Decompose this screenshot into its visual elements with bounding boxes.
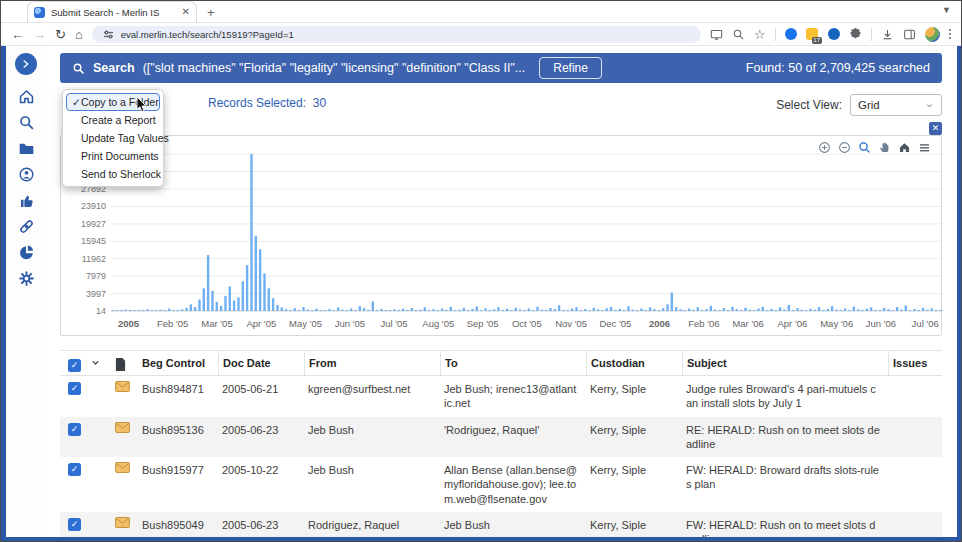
column-header[interactable]: From <box>304 351 440 375</box>
site-settings-icon[interactable] <box>102 28 115 41</box>
timeline-histogram[interactable]: 1439977979119621594519927239102789231875… <box>65 139 949 335</box>
browser-menu-icon[interactable] <box>949 29 952 40</box>
home-icon[interactable] <box>18 88 35 105</box>
settings-gear-icon[interactable] <box>18 270 35 287</box>
tab-strip: Submit Search - Merlin IS ✕ + ▼ <box>1 1 961 23</box>
menu-item[interactable]: Update Tag Values <box>66 129 160 147</box>
refine-button[interactable]: Refine <box>539 57 602 79</box>
extension-icon-yellow[interactable]: 17 <box>806 28 819 41</box>
svg-text:3997: 3997 <box>86 289 106 299</box>
close-chart-button[interactable]: ✕ <box>929 122 942 135</box>
svg-text:15945: 15945 <box>81 236 106 246</box>
table-row[interactable]: ✓ Bush8951362005-06-23Jeb Bush'Rodriguez… <box>60 417 942 458</box>
svg-text:Feb '05: Feb '05 <box>157 318 188 329</box>
cell-from: Rodriguez, Raquel <box>304 512 440 538</box>
extensions-puzzle-icon[interactable] <box>849 28 862 41</box>
sidebar-expand-button[interactable] <box>15 53 37 75</box>
cell-to: Jeb Bush; irenec13@atlantic.net <box>440 376 586 417</box>
column-header[interactable]: Subject <box>682 351 888 375</box>
table-row[interactable]: ✓ Bush9159772005-10-22Jeb BushAllan Bens… <box>60 457 942 512</box>
selection-chevron-icon[interactable] <box>90 357 108 370</box>
pie-chart-icon[interactable] <box>18 244 35 261</box>
chart-zoom-out-icon[interactable] <box>838 141 851 154</box>
cast-icon[interactable] <box>710 28 723 41</box>
row-checkbox[interactable]: ✓ <box>68 463 81 476</box>
page-viewport: Search (["slot machines" "Florida" "lega… <box>1 46 961 541</box>
svg-text:7979: 7979 <box>86 271 106 281</box>
table-row[interactable]: ✓ Bush8950492005-06-23Rodriguez, RaquelJ… <box>60 512 942 541</box>
menu-item[interactable]: Send to Sherlock <box>66 165 160 183</box>
cell-doc-date: 2005-10-22 <box>218 457 304 483</box>
found-count: Found: 50 of 2,709,425 searched <box>746 61 930 75</box>
search-bar: Search (["slot machines" "Florida" "lega… <box>60 53 942 83</box>
chart-home-icon[interactable] <box>898 141 911 154</box>
download-icon[interactable] <box>881 28 894 41</box>
cell-subject: RE: HERALD: Rush on to meet slots deadli… <box>682 417 888 458</box>
assistant-icon[interactable] <box>18 166 35 183</box>
chart-zoom-in-icon[interactable] <box>818 141 831 154</box>
cell-subject: FW: HERALD: Broward drafts slots-rules p… <box>682 457 888 498</box>
profile-avatar[interactable] <box>925 27 940 42</box>
url-text: eval.merlin.tech/search/15919?PageId=1 <box>121 29 294 40</box>
column-header[interactable]: Doc Date <box>218 351 304 375</box>
cell-custodian: Kerry, Siple <box>586 417 682 443</box>
svg-text:11962: 11962 <box>82 254 106 264</box>
chart-selection-zoom-icon[interactable] <box>858 141 871 154</box>
bookmark-star-icon[interactable]: ☆ <box>754 28 766 41</box>
side-panel-icon[interactable] <box>903 28 916 41</box>
chart-section: ✕ 14399779791196215945199272391027892318… <box>60 135 942 336</box>
cell-doc-date: 2005-06-23 <box>218 512 304 538</box>
column-header[interactable]: To <box>440 351 586 375</box>
chevron-down-icon <box>925 101 934 110</box>
menu-item[interactable]: Print Documents <box>66 147 160 165</box>
reload-button[interactable]: ↻ <box>55 28 66 41</box>
svg-text:Feb '06: Feb '06 <box>688 318 719 329</box>
chart-pan-icon[interactable] <box>878 141 891 154</box>
main-content: Search (["slot machines" "Florida" "lega… <box>46 46 957 537</box>
zoom-icon[interactable] <box>732 28 745 41</box>
menu-item[interactable]: Create a Report <box>66 111 160 129</box>
tab-close-icon[interactable]: ✕ <box>182 7 190 17</box>
extension-badge: 17 <box>812 37 822 44</box>
thumbs-up-icon[interactable] <box>18 192 35 209</box>
table-row[interactable]: ✓ Bush8948712005-06-21kgreen@surfbest.ne… <box>60 376 942 417</box>
row-checkbox[interactable]: ✓ <box>68 518 81 531</box>
email-icon <box>115 517 130 528</box>
folder-icon[interactable] <box>18 140 35 157</box>
new-tab-button[interactable]: + <box>207 5 215 22</box>
cell-issues <box>888 512 942 524</box>
chart-menu-icon[interactable] <box>918 141 931 154</box>
extension-icon-darkblue[interactable] <box>828 28 840 40</box>
forward-button[interactable]: → <box>33 28 46 41</box>
column-header[interactable]: Beg Control <box>138 351 218 375</box>
cell-custodian: Kerry, Siple <box>586 457 682 483</box>
column-header[interactable]: Custodian <box>586 351 682 375</box>
svg-text:Oct '05: Oct '05 <box>512 318 542 329</box>
row-checkbox[interactable]: ✓ <box>68 423 81 436</box>
cell-doc-date: 2005-06-23 <box>218 417 304 443</box>
app-sidebar <box>6 46 46 537</box>
browser-tab[interactable]: Submit Search - Merlin IS ✕ <box>27 1 197 22</box>
row-checkbox[interactable]: ✓ <box>68 382 81 395</box>
svg-text:23910: 23910 <box>81 201 106 211</box>
cell-beg-control: Bush894871 <box>138 376 218 402</box>
link-icon[interactable] <box>18 218 35 235</box>
cell-issues <box>888 457 942 469</box>
extension-icon-blue[interactable] <box>785 28 797 40</box>
mouse-cursor <box>136 97 147 113</box>
cell-issues <box>888 417 942 429</box>
svg-text:Jul '06: Jul '06 <box>912 318 939 329</box>
cell-from: Jeb Bush <box>304 457 440 483</box>
cell-subject: FW: HERALD: Rush on to meet slots deadli… <box>682 512 888 541</box>
home-button[interactable]: ⌂ <box>75 28 83 41</box>
select-view-label: Select View: <box>776 98 842 112</box>
search-icon[interactable] <box>18 114 35 131</box>
records-selected: Records Selected: 30 <box>208 96 326 110</box>
column-header[interactable]: Issues <box>888 351 942 375</box>
tab-search-chevron-icon[interactable]: ▼ <box>942 5 951 15</box>
back-button[interactable]: ← <box>11 28 24 41</box>
chart-panel: 1439977979119621594519927239102789231875… <box>60 135 942 336</box>
view-select[interactable]: Grid <box>850 94 942 116</box>
address-bar[interactable]: eval.merlin.tech/search/15919?PageId=1 <box>92 26 701 43</box>
select-all-checkbox[interactable]: ✓ <box>68 359 81 372</box>
